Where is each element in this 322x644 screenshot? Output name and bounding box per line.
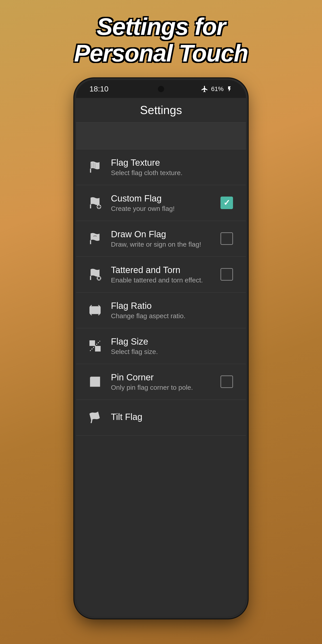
airplane-icon xyxy=(201,85,208,93)
tilt-flag-title: Tilt Flag xyxy=(111,412,235,422)
settings-item-tattered-torn[interactable]: Tattered and Torn Enable tattered and to… xyxy=(76,257,246,292)
pin-corner-subtitle: Only pin flag corner to pole. xyxy=(111,384,211,391)
flag-ratio-title: Flag Ratio xyxy=(111,301,235,311)
flag-texture-title: Flag Texture xyxy=(111,158,235,168)
flag-texture-content: Flag Texture Select flag cloth texture. xyxy=(111,158,235,177)
settings-item-flag-size[interactable]: Flag Size Select flag size. xyxy=(76,328,246,364)
settings-item-flag-texture[interactable]: Flag Texture Select flag cloth texture. xyxy=(76,149,246,185)
screen: 18:10 61% Settings xyxy=(76,80,246,617)
tattered-torn-content: Tattered and Torn Enable tattered and to… xyxy=(111,265,211,284)
pin-corner-control[interactable] xyxy=(219,374,235,390)
custom-flag-icon xyxy=(87,195,103,211)
draw-flag-control[interactable] xyxy=(219,230,235,247)
draw-flag-icon xyxy=(87,231,103,246)
settings-item-pin-corner[interactable]: Pin Corner Only pin flag corner to pole. xyxy=(76,364,246,400)
settings-item-tilt-flag[interactable]: Tilt Flag xyxy=(76,400,246,436)
pin-corner-icon xyxy=(87,374,103,390)
svg-rect-15 xyxy=(96,346,100,351)
custom-flag-content: Custom Flag Create your own flag! xyxy=(111,194,211,212)
draw-flag-subtitle: Draw, write or sign on the flag! xyxy=(111,240,211,248)
custom-flag-subtitle: Create your own flag! xyxy=(111,205,211,212)
draw-flag-title: Draw On Flag xyxy=(111,229,211,239)
status-time: 18:10 xyxy=(90,84,108,93)
settings-item-draw-on-flag[interactable]: Draw On Flag Draw, write or sign on the … xyxy=(76,221,246,257)
tilt-flag-icon xyxy=(87,410,103,425)
tattered-flag-icon xyxy=(87,266,103,282)
svg-rect-13 xyxy=(90,307,100,314)
app-header-title: Settings xyxy=(140,103,182,117)
flag-ratio-subtitle: Change flag aspect ratio. xyxy=(111,312,235,320)
charging-icon xyxy=(226,86,232,92)
flag-size-subtitle: Select flag size. xyxy=(111,348,235,356)
svg-rect-14 xyxy=(90,341,94,346)
flag-size-title: Flag Size xyxy=(111,336,235,346)
draw-flag-content: Draw On Flag Draw, write or sign on the … xyxy=(111,229,211,248)
page-title: Settings for Personal Touch xyxy=(56,14,266,67)
flag-size-content: Flag Size Select flag size. xyxy=(111,336,235,356)
flag-texture-icon xyxy=(87,159,103,175)
settings-list: Flag Texture Select flag cloth texture. xyxy=(76,149,246,436)
flag-texture-subtitle: Select flag cloth texture. xyxy=(111,169,235,177)
pin-corner-content: Pin Corner Only pin flag corner to pole. xyxy=(111,372,211,391)
app-header: Settings xyxy=(76,98,246,122)
pin-corner-checkbox[interactable] xyxy=(220,376,233,388)
status-icons: 61% xyxy=(201,85,232,93)
pin-corner-title: Pin Corner xyxy=(111,372,211,382)
phone-frame: 18:10 61% Settings xyxy=(76,80,246,617)
camera-notch xyxy=(158,86,164,92)
tilt-flag-content: Tilt Flag xyxy=(111,412,235,423)
empty-section xyxy=(76,122,246,149)
tattered-torn-control[interactable] xyxy=(219,266,235,282)
tattered-torn-checkbox[interactable] xyxy=(220,268,233,281)
flag-ratio-icon xyxy=(87,302,103,318)
flag-size-icon xyxy=(87,338,103,354)
settings-item-custom-flag[interactable]: Custom Flag Create your own flag! xyxy=(76,185,246,221)
draw-flag-checkbox[interactable] xyxy=(220,232,233,245)
tattered-torn-subtitle: Enable tattered and torn effect. xyxy=(111,276,211,284)
flag-ratio-content: Flag Ratio Change flag aspect ratio. xyxy=(111,301,235,320)
battery-percent: 61% xyxy=(211,86,224,92)
tattered-torn-title: Tattered and Torn xyxy=(111,265,211,275)
status-bar: 18:10 61% xyxy=(76,80,246,98)
custom-flag-title: Custom Flag xyxy=(111,194,211,204)
custom-flag-control[interactable] xyxy=(219,195,235,211)
settings-item-flag-ratio[interactable]: Flag Ratio Change flag aspect ratio. xyxy=(76,292,246,328)
custom-flag-checkbox[interactable] xyxy=(220,196,233,209)
